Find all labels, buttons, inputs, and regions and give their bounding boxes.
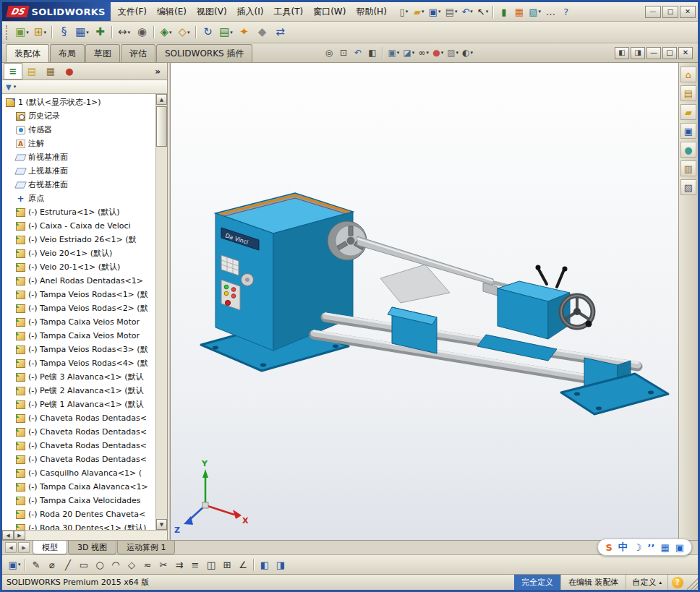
reference-geometry-button[interactable]: ◇▾ [175, 23, 193, 41]
split-right-button[interactable]: ◨ [631, 47, 645, 59]
select-button[interactable]: ↖▾ [475, 4, 490, 20]
lathe-model[interactable]: Da Vinci [171, 63, 678, 540]
save-button[interactable]: ▣▾ [427, 4, 443, 20]
file-explorer-tab[interactable]: ▰ [680, 104, 696, 120]
quick-save-button[interactable]: ▣▾ [7, 557, 22, 572]
new-document-button[interactable]: ▯▾ [396, 4, 411, 20]
tree-item[interactable]: (-) Tampa Caixa Veios Motor [2, 315, 155, 329]
scroll-left-button[interactable]: ◀ [2, 531, 14, 540]
tree-item[interactable]: (-) Tampa Veios Rodas<1> (默 [2, 288, 155, 301]
ime-mode-button[interactable]: 中 [618, 541, 628, 554]
dropdown-arrow-icon[interactable]: ▾ [187, 30, 190, 35]
help-status-icon[interactable]: ? [672, 577, 683, 588]
tree-scrollbar[interactable]: ▲ ▼ [155, 94, 167, 530]
tree-item[interactable]: (-) Tampa Veios Rodas<2> (默 [2, 301, 155, 315]
tree-item[interactable]: (-) Pe镶 1 Alavanca<1> (默认 [2, 398, 155, 411]
spline-button[interactable]: ≈ [140, 557, 155, 572]
tree-item[interactable]: (-) Roda 30 Dentes<1> (默认) [2, 521, 155, 530]
offset-button[interactable]: ≡ [187, 557, 203, 572]
tab-solidworks-addins[interactable]: SOLIDWORKS 插件 [156, 44, 252, 62]
maximize-button[interactable]: □ [662, 6, 678, 18]
viewport-pane2-button[interactable]: ◨ [273, 557, 289, 572]
dropdown-arrow-icon[interactable]: ▾ [86, 30, 89, 35]
trim-button[interactable]: ✂ [155, 557, 171, 572]
tree-root-item[interactable]: 1 (默认<显示状态-1>) [2, 95, 155, 109]
external-references-button[interactable]: ⇄ [271, 23, 289, 41]
smart-fasteners-button[interactable]: ✚ [91, 23, 109, 41]
move-component-button[interactable]: ↔▾ [115, 23, 133, 41]
open-button[interactable]: ▰▾ [411, 4, 427, 20]
ime-toolbox-button[interactable]: ▣ [675, 542, 684, 553]
graphics-area[interactable]: Da Vinci [171, 63, 678, 540]
arc-button[interactable]: ◠ [108, 557, 124, 572]
options-button[interactable]: ▧▾ [526, 4, 543, 20]
view-palette-tab[interactable]: ▣ [680, 123, 696, 139]
hide-show-items-button[interactable]: ∞▾ [417, 46, 430, 60]
close-button[interactable]: ✕ [680, 6, 696, 18]
view-orientation-button[interactable]: ▣▾ [386, 46, 401, 60]
exploded-view-button[interactable]: ✦ [235, 23, 253, 41]
custom-properties-tab[interactable]: ▥ [680, 160, 696, 176]
new-motion-study-button[interactable]: ↻ [199, 23, 217, 41]
displaymanager-tab[interactable]: ● [60, 63, 79, 80]
menu-view[interactable]: 视图(V) [192, 4, 232, 20]
mate-button[interactable]: § [55, 23, 73, 41]
bill-of-materials-button[interactable]: ▤▾ [217, 23, 235, 41]
headstock[interactable]: Da Vinci [215, 193, 353, 351]
component-pattern-button[interactable]: ▦▾ [73, 23, 91, 41]
menu-edit[interactable]: 编辑(E) [152, 4, 192, 20]
menu-help[interactable]: 帮助(H) [351, 4, 391, 20]
menu-window[interactable]: 窗口(W) [308, 4, 351, 20]
tree-item[interactable]: (-) Tampa Caixa Veios Motor [2, 329, 155, 343]
tree-item[interactable]: (-) Tampa Veios Rodas<4> (默 [2, 356, 155, 370]
menu-file[interactable]: 文件(F) [113, 4, 152, 20]
tree-item[interactable]: 注解 [2, 137, 155, 150]
dropdown-arrow-icon[interactable]: ▾ [486, 9, 489, 14]
tree-item[interactable]: (-) Pe镶 2 Alavanca<1> (默认 [2, 384, 155, 398]
zoom-fit-button[interactable]: ◎ [322, 46, 336, 60]
scrollbar-track[interactable] [156, 105, 167, 519]
doc-restore-button[interactable]: □ [662, 47, 677, 59]
sogou-logo-button[interactable]: S [605, 542, 612, 553]
dropdown-arrow-icon[interactable]: ▾ [230, 30, 233, 35]
dropdown-arrow-icon[interactable]: ▾ [128, 30, 131, 35]
tab-assembly[interactable]: 装配体 [6, 44, 49, 62]
tab-scroll-right-button[interactable]: ▶ [18, 542, 30, 553]
tab-model[interactable]: 模型 [33, 541, 67, 554]
tree-item[interactable]: (-) Pe镶 3 Alavanca<1> (默认 [2, 370, 155, 384]
tab-evaluate[interactable]: 评估 [121, 44, 155, 62]
forum-tab[interactable]: ▨ [680, 179, 696, 195]
dropdown-arrow-icon[interactable]: ▾ [539, 9, 542, 14]
solidworks-resources-button[interactable]: ▮ [496, 4, 511, 20]
tree-item[interactable]: (-) Veio Estriado 26<1> (默 [2, 233, 155, 246]
ime-quotes-button[interactable]: ’’ [648, 542, 655, 553]
minimize-button[interactable]: — [645, 6, 661, 18]
scroll-down-button[interactable]: ▼ [156, 519, 167, 530]
dropdown-arrow-icon[interactable]: ▾ [169, 30, 172, 35]
polygon-button[interactable]: ◇ [124, 557, 140, 572]
tree-item[interactable]: 传感器 [2, 123, 155, 137]
dropdown-arrow-icon[interactable]: ▾ [426, 50, 429, 56]
configurationmanager-tab[interactable]: ▦ [41, 63, 60, 80]
view-settings-button[interactable]: ◐▾ [461, 46, 474, 60]
tree-item[interactable]: 原点 [2, 192, 155, 205]
panel-overflow-button[interactable]: » [150, 67, 166, 77]
base-foot-right[interactable] [561, 358, 668, 414]
chevron-down-icon[interactable]: ▾ [14, 84, 17, 90]
tree-item[interactable]: (-) Casquilho Alavanca<1> ( [2, 466, 155, 480]
menu-insert[interactable]: 插入(I) [232, 4, 269, 20]
ime-halfmoon-button[interactable]: ☽ [633, 542, 642, 553]
edit-component-button[interactable]: ▣▾ [13, 23, 31, 41]
convert-entities-button[interactable]: ⇉ [171, 557, 187, 572]
previous-view-button[interactable]: ↶ [351, 46, 364, 60]
help-button[interactable]: ? [558, 4, 573, 20]
sketch-button[interactable]: ✎ [28, 557, 44, 572]
tree-item[interactable]: (-) Tampa Caixa Alavanca<1> [2, 480, 155, 494]
viewport-pane-button[interactable]: ◧ [257, 557, 273, 572]
dropdown-arrow-icon[interactable]: ▾ [438, 9, 441, 14]
more-commands-button[interactable]: … [543, 4, 558, 20]
design-library-tab[interactable]: ▤ [680, 85, 696, 101]
tree-item[interactable]: (-) Veio 20-1<1> (默认) [2, 260, 155, 274]
scrollbar-track[interactable] [25, 531, 167, 540]
tree-item[interactable]: 上视基准面 [2, 164, 155, 178]
